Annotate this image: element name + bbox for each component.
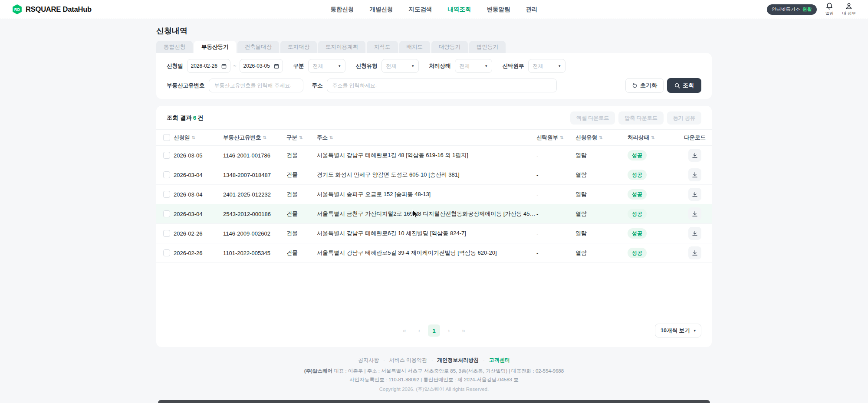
sort-icon[interactable]: ⇅ <box>263 135 267 140</box>
date-range-tilde: ~ <box>233 63 237 69</box>
row-checkbox[interactable] <box>163 171 170 178</box>
filter-select[interactable]: 전체▾ <box>528 59 566 73</box>
main-nav: 통합신청개별신청지도검색내역조회변동알림관리 <box>331 6 538 13</box>
column-header[interactable]: 부동산고유번호⇅ <box>223 130 286 146</box>
chevron-down-icon: ▾ <box>559 64 561 68</box>
cell-category: 건물 <box>286 243 317 263</box>
sort-icon[interactable]: ⇅ <box>329 135 333 140</box>
sort-icon[interactable]: ⇅ <box>192 135 196 140</box>
cell-address: 경기도 화성시 만세구 양감면 토성로 605-10 [송산리 381] <box>317 165 536 185</box>
date-from-field[interactable] <box>187 59 230 73</box>
download-button[interactable] <box>688 149 701 162</box>
nav-item[interactable]: 내역조회 <box>448 6 471 13</box>
download-button[interactable] <box>688 246 701 259</box>
column-header[interactable]: 구분⇅ <box>286 130 317 146</box>
cell-property-uid: 1146-2009-002602 <box>223 224 286 243</box>
my-info-button[interactable]: 내 정보 <box>842 2 856 16</box>
search-button[interactable]: 조회 <box>667 78 701 93</box>
registry-status-label: 인터넷등기소 <box>772 6 800 13</box>
footer-link[interactable]: 고객센터 <box>489 357 510 364</box>
table-row[interactable]: 2026-03-04 2401-2025-012232 건물 서울특별시 송파구… <box>156 185 712 204</box>
results-summary: 조회 결과6건 <box>167 114 204 122</box>
column-header-label: 신청유형 <box>575 134 597 141</box>
date-from-input[interactable] <box>191 63 221 69</box>
nav-item[interactable]: 통합신청 <box>331 6 354 13</box>
table-row[interactable]: 2026-03-05 1146-2001-001786 건물 서울특별시 강남구… <box>156 146 712 165</box>
table-row[interactable]: 2026-02-26 1146-2009-002602 건물 서울특별시 강남구… <box>156 224 712 243</box>
tab[interactable]: 지적도 <box>367 41 398 53</box>
tab[interactable]: 대량등기 <box>431 41 468 53</box>
sort-icon[interactable]: ⇅ <box>599 135 603 140</box>
column-header[interactable]: 신청유형⇅ <box>575 130 628 146</box>
column-header[interactable]: 주소⇅ <box>317 130 536 146</box>
row-checkbox[interactable] <box>163 249 170 256</box>
table-row[interactable]: 2026-02-26 1101-2022-005345 건물 서울특별시 강남구… <box>156 243 712 263</box>
page-footer: 공지사항·서비스 이용약관·개인정보처리방침·고객센터 (주)알스퀘어 대표 :… <box>156 357 712 393</box>
uid-input[interactable] <box>209 79 303 92</box>
toolbar-button[interactable]: 엑셀 다운로드 <box>570 111 615 125</box>
tab-bar: 통합신청부동산등기건축물대장토지대장토지이용계획지적도배치도대량등기법인등기 <box>156 41 712 53</box>
nav-item[interactable]: 개별신청 <box>370 6 393 13</box>
footer-company-info: (주)알스퀘어 대표 : 이존우 | 주소 : 서울특별시 서초구 서초중앙로 … <box>156 368 712 374</box>
date-to-input[interactable] <box>243 63 274 69</box>
address-input[interactable] <box>327 79 557 92</box>
pagination-prev-button[interactable]: ‹ <box>413 324 425 337</box>
sort-icon[interactable]: ⇅ <box>299 135 303 140</box>
row-checkbox[interactable] <box>163 230 170 237</box>
footer-link-separator: · <box>431 358 433 363</box>
footer-link[interactable]: 공지사항 <box>358 357 379 364</box>
sort-icon[interactable]: ⇅ <box>651 135 655 140</box>
filter-select[interactable]: 전체▾ <box>455 59 492 73</box>
filter-select-label: 신청유형 <box>356 62 378 70</box>
download-icon <box>692 152 698 158</box>
row-checkbox[interactable] <box>163 210 170 217</box>
tab[interactable]: 건축물대장 <box>237 41 279 53</box>
chevron-down-icon: ▾ <box>485 64 487 68</box>
pagination-next-button[interactable]: › <box>443 324 455 337</box>
nav-item[interactable]: 관리 <box>526 6 538 13</box>
download-button[interactable] <box>688 168 701 181</box>
date-to-field[interactable] <box>240 59 283 73</box>
tab[interactable]: 통합신청 <box>156 41 193 53</box>
sort-icon[interactable]: ⇅ <box>560 135 564 140</box>
tab[interactable]: 토지대장 <box>280 41 317 53</box>
cell-address: 서울특별시 강남구 테헤란로6길 10 세진빌딩 [역삼동 824-7] <box>317 224 536 243</box>
column-header[interactable]: 처리상태⇅ <box>628 130 678 146</box>
column-header[interactable]: 신탁원부⇅ <box>536 130 575 146</box>
reset-button[interactable]: 초기화 <box>625 78 664 93</box>
tab[interactable]: 토지이용계획 <box>318 41 365 53</box>
cell-property-uid: 1101-2022-005345 <box>223 243 286 263</box>
pagination-last-button[interactable]: » <box>457 324 470 337</box>
cell-category: 건물 <box>286 224 317 243</box>
filter-select[interactable]: 전체▾ <box>308 59 345 73</box>
tab[interactable]: 배치도 <box>399 41 431 53</box>
pagination-first-button[interactable]: « <box>398 324 411 337</box>
column-header[interactable]: 신청일⇅ <box>174 130 223 146</box>
select-all-checkbox[interactable] <box>163 134 170 141</box>
notifications-button[interactable]: 알림 <box>825 2 834 16</box>
column-header-label: 처리상태 <box>628 134 649 141</box>
table-row[interactable]: 2026-03-04 2543-2012-000186 건물 서울특별시 금천구… <box>156 204 712 224</box>
cell-request-date: 2026-03-04 <box>174 204 223 224</box>
nav-item[interactable]: 지도검색 <box>409 6 432 13</box>
row-checkbox[interactable] <box>163 191 170 198</box>
download-button[interactable] <box>688 227 701 240</box>
toolbar-button[interactable]: 압축 다운로드 <box>618 111 663 125</box>
tab[interactable]: 법인등기 <box>469 41 506 53</box>
footer-link[interactable]: 개인정보처리방침 <box>437 357 479 364</box>
cell-property-uid: 1146-2001-001786 <box>223 146 286 165</box>
toolbar-button[interactable]: 등기 공유 <box>667 111 701 125</box>
row-checkbox[interactable] <box>163 152 170 159</box>
filter-select-label: 구분 <box>293 62 304 70</box>
nav-item[interactable]: 변동알림 <box>487 6 510 13</box>
cell-request-type: 열람 <box>575 185 628 204</box>
page-size-select[interactable]: 10개씩 보기 ▾ <box>655 324 701 337</box>
download-button[interactable] <box>688 207 701 220</box>
pagination-current-page[interactable]: 1 <box>428 324 440 337</box>
filter-select[interactable]: 전체▾ <box>381 59 419 73</box>
logo[interactable]: RD RSQUARE DataHub <box>12 4 92 14</box>
table-row[interactable]: 2026-03-04 1348-2007-018487 건물 경기도 화성시 만… <box>156 165 712 185</box>
download-button[interactable] <box>688 188 701 201</box>
tab[interactable]: 부동산등기 <box>194 41 236 53</box>
footer-link[interactable]: 서비스 이용약관 <box>389 357 427 364</box>
